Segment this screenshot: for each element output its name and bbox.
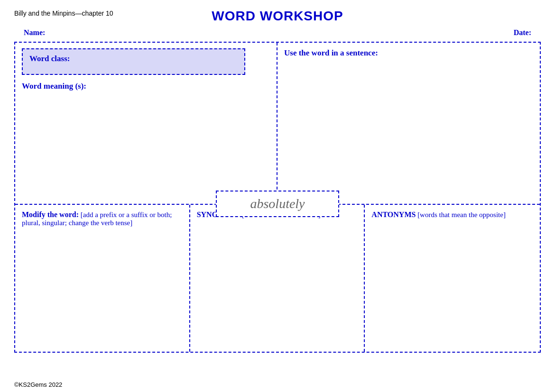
- modify-cell: Modify the word: [add a prefix or a suff…: [15, 205, 190, 352]
- footer: ©KS2Gems 2022: [14, 381, 62, 388]
- center-word-box: absolutely: [216, 191, 339, 217]
- header-row: Billy and the Minpins—chapter 10 WORD WO…: [14, 9, 541, 24]
- top-right-cell: Use the word in a sentence:: [278, 43, 540, 204]
- modify-strong: Modify the word:: [22, 210, 79, 219]
- copyright-text: ©KS2Gems 2022: [14, 381, 62, 388]
- page-title: WORD WORKSHOP: [212, 9, 343, 24]
- antonyms-cell: ANTONYMS [words that mean the opposite]: [365, 205, 540, 352]
- center-word-text: absolutely: [250, 196, 305, 211]
- worksheet-container: Word class: Word meaning (s): Use the wo…: [14, 42, 541, 353]
- antonyms-strong: ANTONYMS: [371, 210, 416, 219]
- bottom-section: Modify the word: [add a prefix or a suff…: [15, 205, 540, 352]
- antonyms-detail: [words that mean the opposite]: [417, 211, 506, 219]
- word-meaning-label: Word meaning (s):: [22, 82, 270, 91]
- use-sentence-label: Use the word in a sentence:: [284, 48, 533, 58]
- synonyms-cell: SYNONYMS [words that mean the same]: [190, 205, 365, 352]
- word-class-label: Word class:: [29, 54, 70, 63]
- name-date-row: Name: Date:: [14, 28, 541, 37]
- top-section: Word class: Word meaning (s): Use the wo…: [15, 43, 540, 205]
- antonyms-label: ANTONYMS [words that mean the opposite]: [371, 210, 533, 219]
- word-class-box[interactable]: Word class:: [22, 48, 245, 75]
- book-title: Billy and the Minpins—chapter 10: [14, 9, 113, 17]
- date-label: Date:: [514, 28, 531, 37]
- top-left-cell: Word class: Word meaning (s):: [15, 43, 278, 204]
- name-label: Name:: [24, 28, 45, 37]
- modify-label: Modify the word: [add a prefix or a suff…: [22, 210, 183, 227]
